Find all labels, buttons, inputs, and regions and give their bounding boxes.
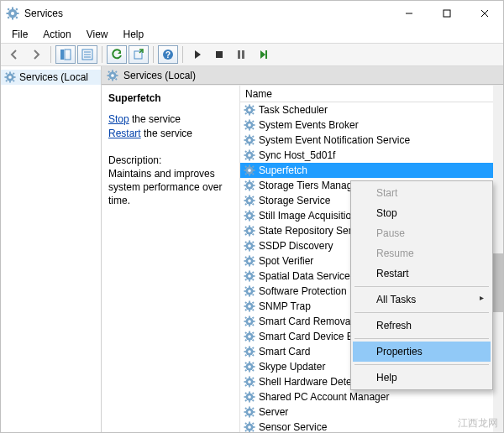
service-row-label: Task Scheduler [259, 104, 328, 116]
minimize-button[interactable] [390, 1, 428, 26]
context-menu-all-tasks[interactable]: All Tasks [353, 290, 491, 310]
service-row-label: Sync Host_5d01f [259, 149, 335, 161]
service-row[interactable]: Superfetch [240, 163, 493, 178]
service-row-label: Skype Updater [259, 361, 325, 373]
stop-service-link[interactable]: Stop [108, 113, 129, 125]
toolbar-separator [153, 46, 154, 63]
gear-icon [244, 406, 255, 418]
toolbar-separator [50, 46, 51, 63]
maximize-button[interactable] [428, 1, 465, 26]
pause-service-button[interactable] [231, 45, 251, 64]
context-menu-properties[interactable]: Properties [353, 342, 491, 362]
content-header-label: Services (Local) [123, 70, 196, 81]
gear-icon [244, 225, 255, 237]
properties-button[interactable] [77, 45, 97, 64]
menu-view[interactable]: View [79, 27, 116, 42]
toolbar-separator [182, 46, 183, 63]
svg-rect-14 [60, 50, 64, 60]
service-row-label: Software Protection [259, 285, 347, 297]
start-service-button[interactable] [187, 45, 207, 64]
restart-service-button[interactable] [253, 45, 273, 64]
back-button[interactable] [4, 45, 24, 64]
services-app-icon [6, 7, 19, 20]
service-row-label: System Event Notification Service [259, 134, 410, 146]
context-menu-separator [354, 286, 489, 287]
gear-icon [244, 421, 255, 432]
restart-service-link[interactable]: Restart [108, 128, 141, 139]
svg-rect-15 [65, 50, 71, 60]
context-menu-pause: Pause [353, 223, 491, 243]
menu-action[interactable]: Action [35, 27, 78, 42]
list-column-name[interactable]: Name [240, 86, 503, 102]
window-controls [390, 1, 503, 26]
context-menu-help[interactable]: Help [353, 368, 491, 388]
menu-help[interactable]: Help [116, 27, 152, 42]
service-row[interactable]: Sensor Service [240, 420, 493, 432]
gear-icon [244, 346, 255, 357]
tree-pane: Services (Local [1, 66, 102, 432]
gear-icon [244, 270, 255, 282]
window-title: Services [24, 8, 390, 19]
close-button[interactable] [465, 1, 503, 26]
service-row[interactable]: System Events Broker [240, 117, 493, 133]
service-row[interactable]: Task Scheduler [240, 102, 493, 117]
help-button[interactable]: ? [158, 45, 178, 64]
service-row-label: SNMP Trap [259, 300, 311, 312]
tree-root-services-local[interactable]: Services (Local [1, 70, 101, 85]
export-list-button[interactable] [129, 45, 149, 64]
svg-rect-26 [265, 50, 267, 59]
context-menu-start: Start [353, 183, 491, 203]
detail-pane: Superfetch Stop the service Restart the … [102, 86, 240, 432]
service-row-label: Sensor Service [259, 421, 327, 432]
context-menu-refresh[interactable]: Refresh [353, 316, 491, 336]
toolbar: ? [1, 43, 503, 66]
gear-icon [244, 195, 255, 206]
detail-service-name: Superfetch [108, 92, 233, 104]
show-hide-tree-button[interactable] [55, 45, 76, 64]
menu-file[interactable]: File [4, 27, 35, 42]
gear-icon [244, 210, 255, 222]
service-action-links: Stop the service Restart the service [108, 112, 233, 141]
svg-text:?: ? [165, 50, 171, 60]
context-menu-separator [354, 364, 489, 365]
list-scrollbar-thumb[interactable] [493, 253, 503, 312]
refresh-button[interactable] [107, 45, 127, 64]
context-menu-stop[interactable]: Stop [353, 203, 491, 223]
gear-icon [4, 71, 16, 83]
menubar: File Action View Help [1, 26, 503, 43]
context-menu-separator [354, 312, 489, 313]
gear-icon [244, 285, 255, 297]
context-menu[interactable]: StartStopPauseResumeRestartAll TasksRefr… [350, 180, 493, 390]
service-row[interactable]: System Event Notification Service [240, 133, 493, 148]
list-scrollbar-track[interactable] [493, 86, 503, 432]
gear-icon [244, 180, 255, 191]
description-label: Description: [108, 154, 233, 166]
gear-icon [244, 391, 255, 403]
content-header: Services (Local) [102, 66, 503, 85]
service-row-label: System Events Broker [259, 119, 359, 131]
svg-rect-23 [216, 51, 223, 58]
service-row-label: Spatial Data Service [259, 270, 350, 282]
svg-rect-11 [444, 10, 450, 17]
stop-service-link-rest: the service [129, 113, 181, 125]
forward-button[interactable] [26, 45, 46, 64]
titlebar: Services [1, 1, 503, 26]
service-row-label: Superfetch [259, 164, 307, 176]
stop-service-button[interactable] [209, 45, 229, 64]
gear-icon [244, 149, 255, 161]
gear-icon [244, 255, 255, 267]
service-row[interactable]: Sync Host_5d01f [240, 148, 493, 163]
gear-icon [244, 361, 255, 373]
gear-icon [244, 134, 255, 146]
gear-icon [244, 331, 255, 342]
service-row-label: Storage Service [259, 195, 330, 206]
gear-icon [107, 70, 118, 81]
svg-rect-24 [238, 50, 240, 59]
gear-icon [244, 119, 255, 131]
context-menu-restart[interactable]: Restart [353, 263, 491, 284]
services-window: Services File Action View Help [0, 0, 504, 433]
service-row-label: Shared PC Account Manager [259, 391, 389, 403]
service-row[interactable]: Shared PC Account Manager [240, 389, 493, 404]
service-row-label: Spot Verifier [259, 255, 313, 267]
service-row[interactable]: Server [240, 404, 493, 420]
